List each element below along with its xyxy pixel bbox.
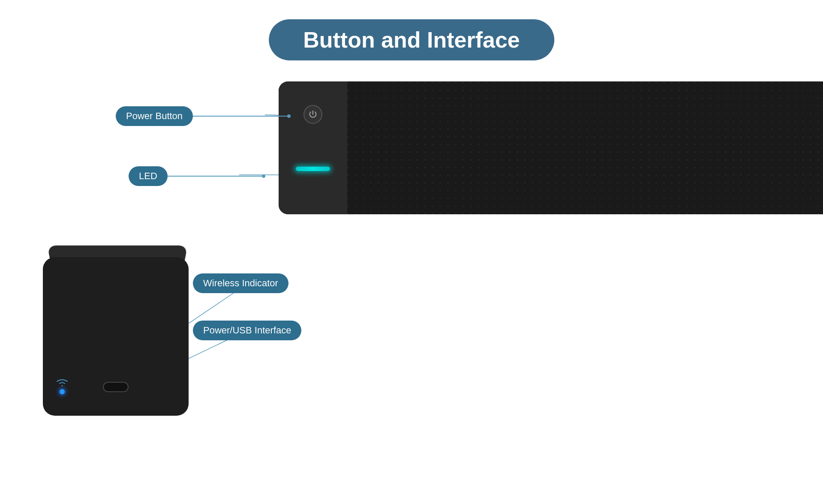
callout-led-dot	[262, 174, 265, 178]
wifi-dot	[60, 389, 65, 394]
led-indicator	[296, 167, 330, 171]
callout-led-line	[168, 176, 262, 177]
callout-usb: Power/USB Interface	[193, 321, 301, 340]
smallbox-device	[43, 257, 189, 416]
callout-led-label: LED	[129, 166, 168, 186]
title-banner: Button and Interface	[269, 19, 554, 60]
smallbox-front	[43, 257, 189, 416]
callout-power-button: Power Button	[116, 106, 291, 126]
callout-power-label: Power Button	[116, 106, 193, 126]
wifi-icon	[56, 378, 69, 387]
soundbar-grille	[347, 81, 823, 214]
soundbar-body	[279, 81, 823, 214]
callout-led: LED	[129, 166, 265, 186]
page-title: Button and Interface	[303, 27, 520, 53]
callout-usb-label: Power/USB Interface	[193, 321, 301, 340]
power-button[interactable]	[303, 105, 322, 124]
soundbar-left-panel	[279, 81, 347, 214]
usbc-port	[103, 382, 129, 392]
callout-power-line	[193, 116, 287, 117]
callout-power-dot	[287, 114, 291, 118]
callout-wireless-label: Wireless Indicator	[193, 273, 288, 293]
callout-wireless: Wireless Indicator	[193, 273, 288, 293]
wifi-indicator-area	[56, 378, 69, 394]
